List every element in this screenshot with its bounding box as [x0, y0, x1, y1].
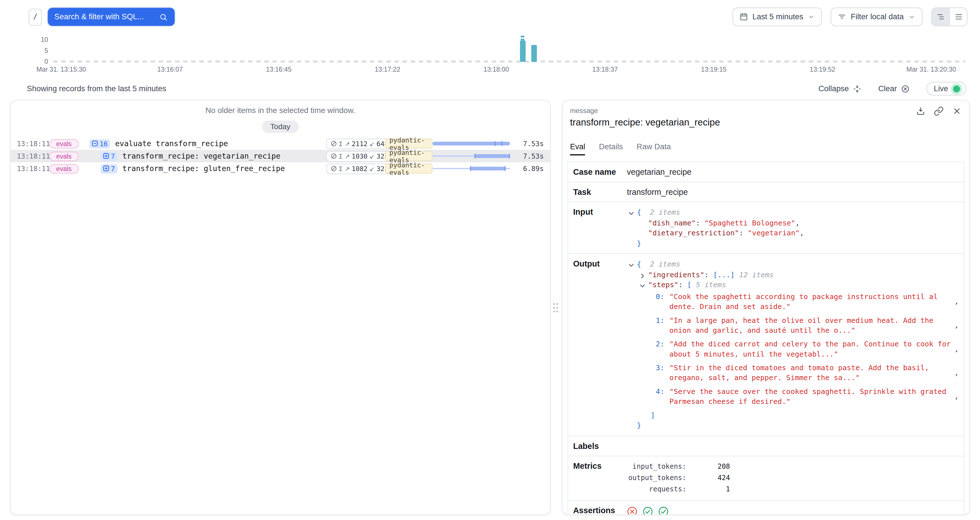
duration-fill [471, 166, 505, 170]
tab-raw-data[interactable]: Raw Data [636, 143, 671, 155]
caret-down-icon[interactable] [628, 261, 634, 267]
json-close-brace: } [637, 239, 641, 247]
clear-button[interactable]: Clear [878, 84, 910, 93]
caret-down-icon[interactable] [640, 282, 646, 288]
eval-table: Case name vegetarian_recipe Task transfo… [567, 162, 964, 515]
assertion-fail-icon [627, 506, 638, 515]
histogram-bar[interactable] [520, 41, 526, 62]
duration-bar[interactable] [433, 141, 512, 147]
span-detail-panel: message transform_recipe: vegetarian_rec… [562, 100, 970, 515]
array-index: 1: [652, 315, 664, 325]
duration-tick [501, 141, 503, 146]
tokens-in-icon: ↗ [345, 140, 350, 147]
json-colon: : [696, 218, 700, 227]
trace-list-panel: No older items in the selected time wind… [10, 100, 551, 515]
trace-rows: 13:18:11 evals 16 evaluate transform_rec… [11, 137, 550, 175]
no-entry-icon [331, 153, 337, 159]
trace-row[interactable]: 13:18:11 evals 7 transform_recipe: veget… [11, 150, 550, 162]
json-open-brace: { [637, 208, 641, 217]
json-array-item: 0: "Cook the spaghetti according to pack… [627, 291, 959, 312]
json-comma: , [800, 228, 804, 237]
duration-fill [433, 142, 510, 145]
metrics-row: Metrics input_tokens: 208 output_tokens:… [568, 456, 964, 500]
caret-right-icon[interactable] [640, 271, 646, 277]
json-string-value: "vegetarian" [748, 228, 800, 237]
time-range-select[interactable]: Last 5 minutes [732, 7, 822, 26]
json-comma: , [955, 344, 959, 354]
histogram-overflow-mark [520, 39, 524, 41]
histogram-baseline [53, 60, 966, 63]
x-axis-tick: Mar 31. 13:20:30 [907, 65, 956, 73]
collapsed-array-value[interactable]: [...] [713, 270, 735, 279]
assertion-fail-badge[interactable] [627, 506, 638, 515]
service-tag-pill[interactable]: evals [49, 164, 78, 173]
detail-title: transform_recipe: vegetarian_recipe [570, 117, 962, 127]
search-button[interactable]: Search & filter with SQL... [48, 7, 175, 26]
duration-bar[interactable] [433, 153, 512, 159]
filter-local-data-select[interactable]: Filter local data [831, 7, 923, 26]
x-axis-tick: 13:18:37 [592, 65, 618, 73]
duration-fill [475, 154, 509, 158]
tree-view-button[interactable] [932, 8, 950, 26]
trace-timestamp: 13:18:11 [17, 140, 49, 148]
step-text: "In a large pan, heat the olive oil over… [670, 315, 955, 336]
copy-link-button[interactable] [934, 106, 944, 118]
runtime-pill[interactable]: pydantic-evals [385, 163, 433, 173]
slash-shortcut-key[interactable]: / [29, 8, 42, 25]
case-name-value: vegetarian_recipe [627, 167, 959, 177]
x-axis-tick: 13:16:45 [266, 65, 291, 73]
no-entry-icon [331, 165, 337, 172]
labels-label: Labels [573, 441, 627, 450]
histogram-overflow-mark [520, 36, 524, 38]
live-toggle-button[interactable]: Live [926, 82, 966, 95]
x-axis-tick: 13:17:22 [375, 65, 400, 73]
tokens-in-count: 1030 [352, 152, 368, 160]
metric-value: 208 [686, 461, 730, 472]
trace-timestamp: 13:18:11 [17, 165, 49, 173]
runtime-pill[interactable]: pydantic-evals [385, 151, 433, 161]
day-divider-pill: Today [262, 120, 299, 133]
span-stats-chip: Σ ↗ 2112 ↙ 648 [326, 138, 393, 149]
clear-circle-x-icon [900, 84, 910, 93]
export-button[interactable] [916, 106, 926, 118]
assertion-pass-badge[interactable] [643, 506, 653, 515]
array-index: 2: [652, 339, 664, 349]
tokens-in-icon: ↗ [345, 165, 350, 172]
assertion-pass-badge[interactable] [658, 506, 669, 515]
square-minus-icon [92, 141, 98, 146]
trace-row[interactable]: 13:18:11 evals 16 evaluate transform_rec… [11, 137, 550, 150]
x-axis-tick: Mar 31. 13:15:30 [37, 65, 86, 73]
collapse-all-button[interactable]: Collapse [818, 84, 862, 93]
expand-children-badge[interactable]: 7 [101, 164, 118, 173]
trace-row[interactable]: 13:18:11 evals 7 transform_recipe: glute… [11, 162, 550, 175]
duration-bar[interactable] [433, 165, 512, 172]
tab-details[interactable]: Details [599, 143, 623, 155]
metric-value: 1 [686, 484, 730, 495]
sigma-icon: Σ [339, 153, 343, 159]
children-count: 16 [100, 140, 108, 147]
json-open-bracket: [ [687, 281, 691, 289]
panel-resize-handle[interactable] [552, 301, 558, 314]
service-tag-pill[interactable]: evals [49, 139, 78, 148]
square-plus-icon [103, 153, 109, 159]
list-view-button[interactable] [950, 8, 967, 26]
download-into-tray-icon [916, 106, 926, 116]
span-name: evaluate transform_recipe [115, 140, 228, 148]
json-key: "dish_name" [648, 218, 696, 227]
json-items-note: 5 items [696, 281, 726, 289]
runtime-pill[interactable]: pydantic-evals [385, 138, 433, 148]
caret-down-icon[interactable] [628, 209, 634, 215]
y-axis-tick: 5 [45, 48, 48, 54]
json-array-item: 3: "Stir in the diced tomatoes and tomat… [627, 362, 959, 383]
metric-key: input_tokens: [627, 461, 686, 472]
service-tag-pill[interactable]: evals [49, 151, 78, 160]
close-button[interactable] [952, 106, 962, 118]
expand-children-badge[interactable]: 7 [101, 151, 118, 160]
tab-eval[interactable]: Eval [570, 143, 585, 155]
assertion-results [627, 505, 959, 515]
span-name-cell: 16 evaluate transform_recipe [89, 139, 326, 148]
histogram-bar[interactable] [531, 45, 537, 62]
span-name-cell: 7 transform_recipe: vegetarian_recipe [89, 151, 326, 160]
collapse-children-badge[interactable]: 16 [89, 139, 110, 148]
search-placeholder: Search & filter with SQL... [54, 13, 154, 21]
